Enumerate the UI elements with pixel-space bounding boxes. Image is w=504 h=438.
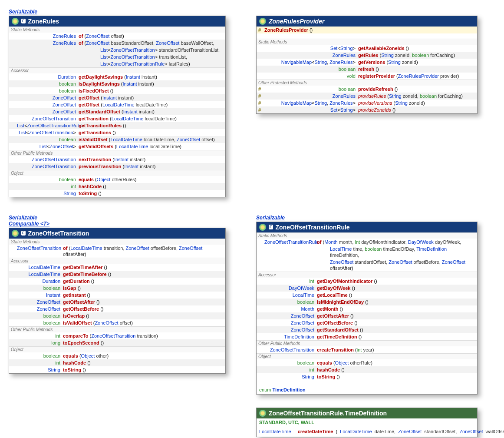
final-badge: F xyxy=(21,231,26,236)
class-title: ZoneOffsetTransitionRule xyxy=(276,224,350,231)
zone-rules-cell: Serializable F ZoneRules Static Methods … xyxy=(9,9,226,197)
section-static: Static Methods xyxy=(9,27,225,33)
comparable-link[interactable]: Comparable <T> xyxy=(9,221,49,227)
zone-rules-class: F ZoneRules Static Methods ZoneRulesof (… xyxy=(9,16,226,197)
final-badge: F xyxy=(21,19,26,23)
class-header: F ZoneOffsetTransitionRule xyxy=(257,222,477,232)
class-title: ZoneRules xyxy=(28,18,59,25)
section-other-protected: Other Protected Methods xyxy=(257,80,477,86)
class-icon xyxy=(259,18,266,25)
zone-offset-transition-cell: Serializable Comparable <T> F ZoneOffset… xyxy=(9,215,226,437)
final-badge: F xyxy=(269,225,273,229)
class-header: F ZoneRules xyxy=(9,16,225,27)
class-icon xyxy=(12,230,19,237)
enum-title: ZoneOffsetTransitionRule.TimeDefinition xyxy=(269,410,387,417)
class-title: ZoneOffsetTransition xyxy=(28,230,89,237)
class-title: ZoneRulesProvider xyxy=(269,18,324,25)
section-accessor: Accessor xyxy=(9,67,225,73)
zone-offset-transition-rule-cell: Serializable F ZoneOffsetTransitionRule … xyxy=(256,215,478,437)
zone-offset-transition-class: F ZoneOffsetTransition Static Methods Zo… xyxy=(9,228,226,374)
time-definition-enum: ZoneOffsetTransitionRule.TimeDefinition … xyxy=(256,408,478,437)
enum-header: ZoneOffsetTransitionRule.TimeDefinition xyxy=(257,408,477,418)
nested-enum: enum TimeDefinition xyxy=(257,385,477,394)
class-header: F ZoneOffsetTransition xyxy=(9,228,225,239)
serializable-link[interactable]: Serializable xyxy=(9,9,37,15)
zone-offset-transition-rule-class: F ZoneOffsetTransitionRule Static Method… xyxy=(256,222,478,395)
serializable-link[interactable]: Serializable xyxy=(256,215,285,221)
section-object: Object xyxy=(9,170,225,176)
zone-rules-provider-class: ZoneRulesProvider #ZoneRulesProvider () … xyxy=(256,16,478,114)
serializable-link[interactable]: Serializable xyxy=(9,215,37,221)
class-header: ZoneRulesProvider xyxy=(257,16,477,27)
section-other: Other Public Methods xyxy=(9,150,225,156)
section-static: Static Methods xyxy=(257,39,477,45)
enum-values: STANDARD, UTC, WALL xyxy=(257,418,477,426)
class-icon xyxy=(259,224,266,231)
zone-rules-provider-cell: ZoneRulesProvider #ZoneRulesProvider () … xyxy=(256,9,478,197)
enum-icon xyxy=(259,410,266,417)
class-icon xyxy=(12,18,19,25)
